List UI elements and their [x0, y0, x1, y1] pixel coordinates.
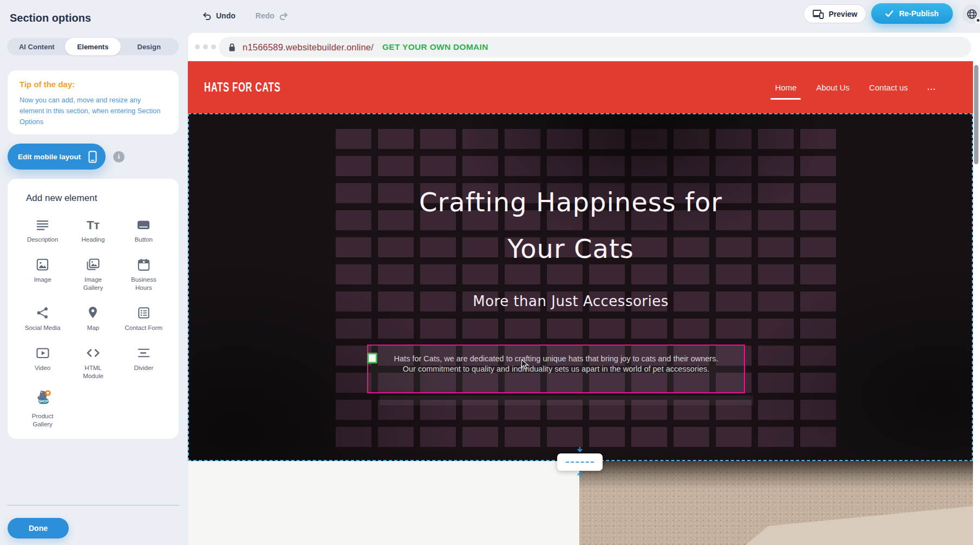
element-placeholder-bar [380, 395, 753, 405]
element-social-media[interactable]: Social Media [17, 303, 68, 332]
resize-dash-line [566, 462, 594, 463]
preview-label: Preview [829, 10, 858, 18]
preview-button[interactable]: Preview [803, 4, 866, 23]
globe-notification-dot [975, 17, 980, 23]
svg-text:Tт: Tт [87, 218, 100, 232]
element-description[interactable]: Description [17, 215, 68, 244]
tip-body: Now you can add, move and resize any ele… [19, 95, 167, 127]
section-resize-handle[interactable] [557, 453, 603, 471]
tip-of-the-day-card: Tip of the day: Now you can add, move an… [8, 70, 179, 134]
section-options-sidebar: AI Content Elements Design Tip of the da… [0, 0, 188, 545]
heading-icon: Tт [85, 215, 101, 232]
site-logo[interactable]: HATS FOR CATS [204, 80, 280, 95]
element-image[interactable]: Image [17, 255, 68, 292]
site-header: HATS FOR CATS Home About Us Contact us .… [188, 61, 973, 113]
description-icon [35, 215, 50, 232]
sidebar-tabs: AI Content Elements Design [7, 38, 179, 55]
check-icon [885, 10, 893, 17]
map-pin-icon [86, 303, 100, 320]
site-url: n1566589.websitebuilder.online/ [243, 42, 374, 53]
selected-hero-section[interactable]: Crafting Happiness for Your Cats More th… [188, 113, 973, 461]
element-button[interactable]: Button [119, 215, 169, 244]
button-icon [136, 215, 151, 232]
window-control-dots [195, 44, 216, 49]
hero-heading-line2: Your Cats [189, 225, 952, 272]
undo-icon [201, 11, 212, 21]
arrow-up-icon [577, 471, 583, 477]
mobile-phone-icon [88, 151, 97, 163]
description-line1: Hats for Cats, we are dedicated to craft… [368, 354, 744, 364]
edit-mobile-layout-button[interactable]: Edit mobile layout [8, 144, 106, 170]
hero-heading[interactable]: Crafting Happiness for Your Cats [189, 179, 952, 272]
paving-slab-highlight [746, 503, 973, 545]
element-heading[interactable]: Tт Heading [68, 215, 118, 244]
element-product-gallery[interactable]: SHOP Product Gallery [17, 391, 68, 429]
republish-label: Re-Publish [899, 9, 938, 18]
site-preview-window: n1566589.websitebuilder.online/ GET YOUR… [188, 33, 980, 545]
description-line2: Our commitment to quality and individual… [368, 364, 744, 374]
redo-label: Redo [256, 11, 275, 20]
element-video[interactable]: Video [17, 343, 68, 380]
site-nav: Home About Us Contact us ... [774, 61, 937, 113]
lock-icon [228, 43, 236, 52]
tab-ai-content[interactable]: AI Content [9, 40, 65, 54]
preview-scrollbar[interactable] [974, 65, 978, 164]
image-gallery-icon [85, 255, 101, 272]
selected-description-element[interactable]: Hats for Cats, we are dedicated to craft… [367, 345, 745, 393]
preview-devices-icon [813, 9, 824, 19]
undo-button[interactable]: Undo [201, 11, 236, 21]
language-globe-button[interactable] [962, 4, 980, 24]
add-new-element-panel: Add new element Description Tт Heading B… [8, 179, 179, 439]
done-button[interactable]: Done [8, 518, 69, 538]
redo-icon [278, 11, 289, 21]
business-hours-icon [136, 255, 151, 272]
info-icon[interactable]: i [113, 151, 125, 163]
nav-home[interactable]: Home [774, 80, 798, 95]
stone-paving-photo [579, 461, 973, 545]
nav-contact-us[interactable]: Contact us [868, 80, 909, 95]
drag-handle-green[interactable] [367, 353, 377, 364]
element-contact-form[interactable]: Contact Form [119, 303, 169, 332]
svg-text:SHOP: SHOP [38, 399, 49, 403]
social-media-icon [35, 303, 50, 320]
tab-elements[interactable]: Elements [65, 38, 121, 55]
element-grid: Description Tт Heading Button Image [17, 215, 169, 429]
html-module-icon [86, 343, 101, 360]
element-business-hours[interactable]: Business Hours [119, 255, 169, 292]
element-image-gallery[interactable]: Image Gallery [68, 255, 118, 292]
republish-button[interactable]: Re-Publish [871, 3, 953, 24]
element-html-module[interactable]: HTML Module [68, 343, 118, 380]
tip-title: Tip of the day: [19, 80, 167, 89]
browser-chrome: n1566589.websitebuilder.online/ GET YOUR… [188, 33, 980, 61]
element-divider[interactable]: Divider [119, 343, 169, 380]
hero-heading-line1: Crafting Happiness for [189, 179, 952, 225]
tab-design[interactable]: Design [121, 40, 177, 54]
video-icon [35, 343, 50, 360]
arrow-down-icon [577, 447, 583, 453]
contact-form-icon [136, 303, 151, 320]
site-canvas: HATS FOR CATS Home About Us Contact us .… [188, 61, 973, 545]
product-gallery-icon: SHOP [33, 391, 53, 408]
add-panel-title: Add new element [26, 193, 169, 204]
get-domain-link[interactable]: GET YOUR OWN DOMAIN [382, 42, 488, 52]
edit-mobile-label: Edit mobile layout [18, 153, 81, 161]
redo-button[interactable]: Redo [256, 11, 289, 21]
address-bar[interactable]: n1566589.websitebuilder.online/ GET YOUR… [219, 37, 971, 57]
undo-label: Undo [216, 11, 236, 20]
image-icon [35, 255, 50, 272]
nav-about-us[interactable]: About Us [815, 80, 851, 95]
nav-more-button[interactable]: ... [926, 80, 937, 95]
divider-icon [136, 343, 151, 360]
element-map[interactable]: Map [68, 303, 118, 332]
sidebar-divider [7, 505, 179, 505]
history-controls: Undo Redo [201, 8, 289, 23]
hero-subheading[interactable]: More than Just Accessories [189, 290, 952, 312]
